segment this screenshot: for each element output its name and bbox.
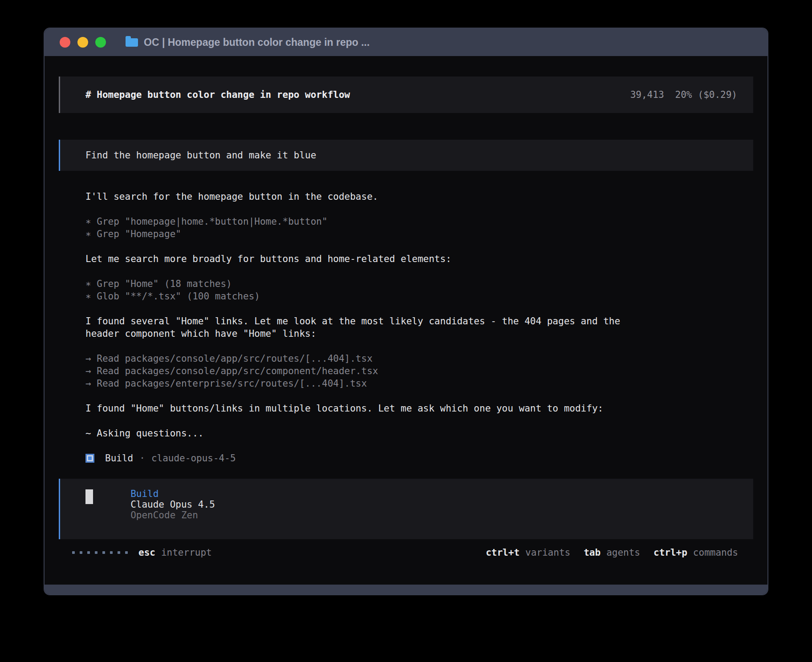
separator-dot: · — [139, 453, 145, 464]
terminal-window: OC | Homepage button color change in rep… — [44, 28, 768, 595]
tool-call-line: ∗ Grep "Homepage" — [85, 228, 753, 240]
folder-icon — [126, 38, 138, 47]
agent-name: Build — [105, 453, 133, 464]
token-count: 39,413 — [630, 89, 664, 100]
assistant-text-line: I found several "Home" links. Let me loo… — [85, 315, 753, 327]
shortcut-agents: tab agents — [584, 547, 640, 558]
assistant-text-line: I found "Home" buttons/links in multiple… — [85, 402, 753, 415]
window-titlebar[interactable]: OC | Homepage button color change in rep… — [45, 28, 767, 56]
input-provider-label: OpenCode Zen — [130, 510, 198, 521]
conversation-transcript: I'll search for the homepage button in t… — [85, 190, 753, 440]
tool-call-line: ∗ Grep "Home" (18 matches) — [85, 278, 753, 290]
session-meta: 39,413 20% ($0.29) — [630, 89, 737, 100]
assistant-text-line: Let me search more broadly for buttons a… — [85, 253, 753, 265]
session-cost: ($0.29) — [698, 89, 737, 100]
footer-shortcuts: ctrl+t variants tab agents ctrl+p comman… — [486, 547, 738, 558]
status-footer: esc interrupt ctrl+t variants tab agents… — [59, 546, 753, 559]
tool-call-line: ∗ Grep "homepage|home.*button|Home.*butt… — [85, 215, 753, 228]
window-bottom-frame — [45, 585, 767, 594]
zoom-button[interactable] — [95, 37, 106, 48]
session-header: # Homepage button color change in repo w… — [59, 77, 753, 113]
model-id: claude-opus-4-5 — [151, 453, 236, 464]
user-message: Find the homepage button and make it blu… — [59, 140, 753, 171]
context-percent: 20% — [675, 89, 692, 100]
esc-key-label: interrupt — [161, 547, 212, 558]
user-message-text: Find the homepage button and make it blu… — [85, 150, 316, 161]
window-controls — [60, 37, 106, 48]
spinner-dots-icon — [72, 551, 128, 554]
tool-call-line: ∗ Glob "**/*.tsx" (100 matches) — [85, 290, 753, 303]
input-agent-label: Build — [130, 488, 158, 499]
shortcut-commands: ctrl+p commands — [654, 547, 738, 558]
tool-call-line: → Read packages/console/app/src/routes/[… — [85, 352, 753, 365]
shortcut-variants: ctrl+t variants — [486, 547, 570, 558]
window-title: OC | Homepage button color change in rep… — [144, 36, 369, 48]
tool-call-line: → Read packages/console/app/src/componen… — [85, 365, 753, 377]
agent-status-line: Build · claude-opus-4-5 — [85, 452, 753, 464]
prompt-input[interactable]: Build Claude Opus 4.5 OpenCode Zen — [59, 479, 753, 539]
input-model-label: Claude Opus 4.5 — [130, 499, 215, 510]
input-meta: Build Claude Opus 4.5 OpenCode Zen — [85, 478, 221, 531]
session-title: # Homepage button color change in repo w… — [85, 89, 350, 100]
tool-call-line: → Read packages/enterprise/src/routes/[.… — [85, 377, 753, 390]
assistant-status-line: ~ Asking questions... — [85, 427, 753, 440]
assistant-text-line: header component which have "Home" links… — [85, 327, 753, 340]
footer-left: esc interrupt — [72, 547, 212, 558]
close-button[interactable] — [60, 37, 70, 48]
terminal-content: # Homepage button color change in repo w… — [45, 56, 767, 585]
esc-key-hint: esc — [138, 547, 155, 558]
build-agent-icon — [85, 454, 94, 463]
minimize-button[interactable] — [77, 37, 88, 48]
assistant-text-line: I'll search for the homepage button in t… — [85, 190, 753, 203]
